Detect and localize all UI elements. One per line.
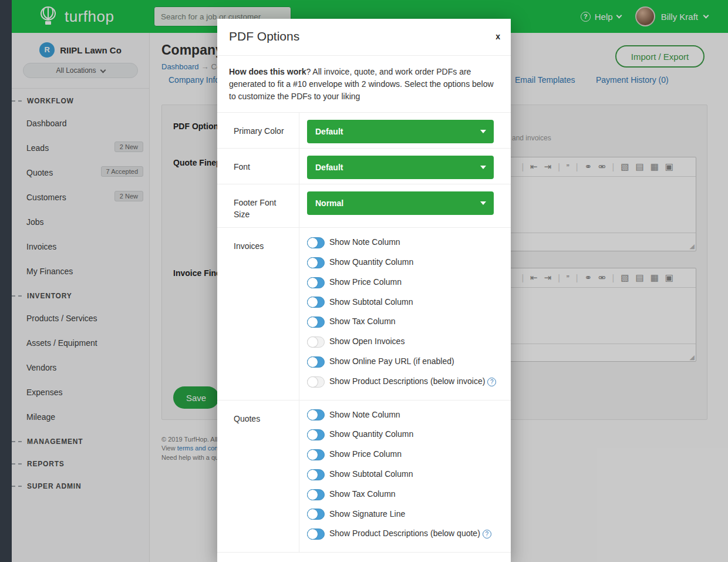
toggle-show-quantity-column[interactable] [307, 257, 325, 268]
help-icon[interactable]: ? [483, 530, 491, 539]
primary-color-select[interactable]: Default [307, 120, 494, 143]
row-label: Invoices [217, 228, 299, 399]
row-control: Show Note ColumnShow Quantity ColumnShow… [299, 228, 511, 399]
select-value: Normal [315, 198, 343, 208]
toggle-row: Show Tax Column [307, 315, 503, 328]
toggle-knob [307, 489, 318, 500]
caret-down-icon [480, 201, 486, 205]
toggle-show-signature-line[interactable] [307, 509, 325, 520]
toggle-knob [307, 509, 318, 520]
toggle-label: Show Tax Column [329, 489, 396, 499]
toggle-show-price-column[interactable] [307, 449, 325, 460]
footer-font-size-select[interactable]: Normal [307, 191, 494, 215]
toggle-label: Show Product Descriptions (below invoice… [329, 376, 485, 386]
toggle-row: Show Tax Column [307, 488, 503, 500]
toggle-label: Show Subtotal Column [329, 469, 413, 479]
select-value: Default [315, 127, 343, 136]
toggle-show-price-column[interactable] [307, 277, 325, 288]
toggle-row: Show Price Column [307, 448, 503, 460]
modal-title: PDF Options [229, 29, 299, 43]
toggle-label: Show Price Column [329, 449, 402, 459]
modal-rows: Primary ColorDefaultFontDefaultFooter Fo… [217, 113, 511, 553]
close-icon[interactable]: x [496, 32, 500, 41]
toggle-knob [307, 237, 318, 248]
toggle-row: Show Subtotal Column [307, 468, 503, 480]
row-control: Default [299, 113, 511, 148]
modal-row-primary-color: Primary ColorDefault [217, 113, 511, 149]
toggle-knob [307, 336, 318, 348]
modal-row-font: FontDefault [217, 149, 511, 184]
modal-header: PDF Options x [217, 19, 511, 56]
toggle-row: Show Price Column [307, 276, 503, 288]
row-label: Font [217, 149, 299, 184]
row-label: Footer Font Size [217, 184, 299, 227]
toggle-knob [307, 277, 318, 288]
toggle-row: Show Open Invoices [307, 335, 503, 348]
modal-row-invoices: InvoicesShow Note ColumnShow Quantity Co… [217, 228, 511, 400]
toggle-row: Show Product Descriptions (below quote)? [307, 527, 503, 540]
toggle-show-subtotal-column[interactable] [307, 469, 325, 480]
app: turfhop ? Help Billy Kraft R RIIPL Lawn … [0, 0, 728, 562]
row-label: Quotes [217, 401, 299, 553]
toggle-label: Show Price Column [329, 277, 402, 287]
toggle-label: Show Tax Column [329, 317, 396, 326]
modal-row-quotes: QuotesShow Note ColumnShow Quantity Colu… [217, 401, 511, 553]
help-icon[interactable]: ? [487, 378, 496, 386]
toggle-label: Show Quantity Column [329, 429, 413, 439]
pdf-options-modal: PDF Options x How does this work? All in… [217, 19, 511, 562]
toggle-knob [307, 469, 318, 480]
row-control: Normal [299, 184, 511, 227]
toggle-show-product-descriptions-below-quote[interactable] [307, 529, 325, 540]
toggle-show-quantity-column[interactable] [307, 429, 325, 440]
toggle-show-tax-column[interactable] [307, 317, 325, 328]
toggle-show-note-column[interactable] [307, 409, 325, 420]
toggle-knob [307, 257, 318, 268]
row-control: Show Note ColumnShow Quantity ColumnShow… [299, 401, 511, 553]
select-value: Default [315, 163, 343, 172]
toggle-label: Show Subtotal Column [329, 297, 413, 307]
toggle-show-subtotal-column[interactable] [307, 297, 325, 308]
caret-down-icon [480, 166, 486, 169]
toggle-show-product-descriptions-below-invoice[interactable] [307, 376, 325, 388]
toggle-row: Show Note Column [307, 236, 503, 248]
modal-intro-bold: How does this work [229, 67, 306, 76]
toggle-row: Show Subtotal Column [307, 296, 503, 308]
toggle-show-note-column[interactable] [307, 237, 325, 248]
toggle-knob [307, 529, 318, 540]
row-label: Primary Color [217, 113, 299, 148]
toggle-row: Show Quantity Column [307, 256, 503, 268]
modal-intro: How does this work? All invoice, quote, … [217, 56, 511, 113]
toggle-knob [307, 297, 318, 308]
font-select[interactable]: Default [307, 156, 494, 179]
toggle-label: Show Open Invoices [329, 336, 405, 346]
modal-row-footer-font-size: Footer Font SizeNormal [217, 184, 511, 228]
toggle-show-online-pay-url-if-enabled[interactable] [307, 356, 325, 368]
toggle-knob [307, 317, 318, 328]
toggle-row: Show Online Pay URL (if enabled) [307, 355, 503, 368]
toggle-row: Show Product Descriptions (below invoice… [307, 375, 503, 388]
toggle-row: Show Signature Line [307, 508, 503, 520]
toggle-label: Show Note Column [329, 410, 400, 419]
toggle-row: Show Note Column [307, 409, 503, 421]
toggle-knob [307, 429, 318, 440]
toggle-knob [307, 376, 318, 388]
toggle-show-tax-column[interactable] [307, 489, 325, 500]
toggle-show-open-invoices[interactable] [307, 336, 325, 348]
toggle-label: Show Note Column [329, 237, 400, 247]
toggle-row: Show Quantity Column [307, 428, 503, 440]
toggle-label: Show Signature Line [329, 509, 405, 519]
toggle-knob [307, 356, 318, 368]
toggle-label: Show Quantity Column [329, 257, 413, 267]
toggle-knob [307, 409, 318, 420]
row-control: Default [299, 149, 511, 184]
toggle-label: Show Product Descriptions (below quote) [329, 529, 480, 538]
toggle-label: Show Online Pay URL (if enabled) [329, 356, 454, 366]
toggle-knob [307, 449, 318, 460]
caret-down-icon [480, 130, 486, 133]
